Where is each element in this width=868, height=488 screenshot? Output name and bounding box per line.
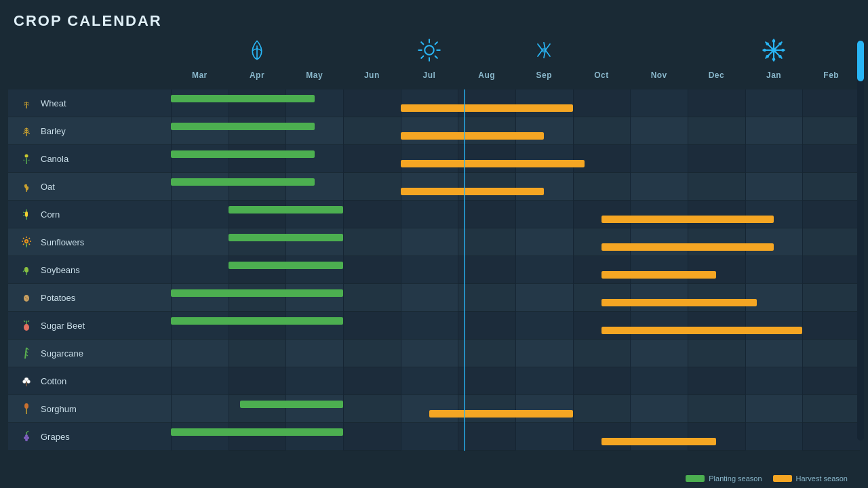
- month-col: [401, 256, 458, 284]
- crop-label: Sorghum: [8, 401, 171, 416]
- crop-label: Barley: [8, 123, 171, 138]
- month-col: [745, 367, 803, 395]
- month-col: [285, 367, 343, 395]
- month-header-may: May: [285, 70, 343, 87]
- month-col: [573, 228, 631, 256]
- month-col: [229, 367, 286, 395]
- svg-point-28: [26, 241, 28, 243]
- month-col: [458, 423, 515, 451]
- month-col: [515, 312, 573, 340]
- planting-label: Planting season: [709, 474, 762, 483]
- month-col: [401, 228, 458, 256]
- month-col: [515, 89, 573, 117]
- month-col: [573, 89, 631, 117]
- season-icon: [245, 38, 269, 62]
- scrollbar[interactable]: [857, 41, 864, 441]
- crop-icon: [19, 96, 34, 110]
- month-col: [688, 256, 745, 284]
- month-col: [285, 117, 343, 145]
- month-col: [573, 284, 631, 312]
- month-col: [171, 201, 229, 228]
- crop-label: Grapes: [8, 429, 171, 444]
- crop-icon: [19, 179, 34, 194]
- month-col: [630, 256, 688, 284]
- month-col: [573, 173, 631, 201]
- svg-point-17: [763, 49, 766, 52]
- month-col: [802, 256, 860, 284]
- month-col: [171, 395, 229, 423]
- month-col: [802, 312, 860, 340]
- svg-line-6: [435, 56, 437, 58]
- month-header-apr: Apr: [229, 70, 286, 87]
- month-col: [515, 117, 573, 145]
- crop-row: Corn: [8, 201, 860, 228]
- crop-icon: [19, 235, 34, 249]
- month-col: [688, 284, 745, 312]
- month-col: [401, 312, 458, 340]
- crop-bars-area: [171, 423, 860, 451]
- month-header-jan: Jan: [745, 70, 803, 87]
- crop-row: Soybeans: [8, 256, 860, 284]
- crop-icon: [19, 207, 34, 222]
- crop-label: Sugarcane: [8, 346, 171, 361]
- crop-bars-area: [171, 312, 860, 340]
- svg-point-16: [772, 58, 776, 61]
- month-col: [515, 201, 573, 228]
- month-col: [285, 89, 343, 117]
- month-col: [573, 117, 631, 145]
- month-col: [458, 340, 515, 367]
- crop-bars-area: [171, 395, 860, 423]
- scrollbar-thumb[interactable]: [857, 41, 864, 81]
- crop-bars-area: [171, 340, 860, 367]
- crop-row: Sugar Beet: [8, 312, 860, 340]
- crop-label: Sunflowers: [8, 235, 171, 249]
- month-col: [343, 340, 401, 367]
- month-col: [515, 173, 573, 201]
- month-col: [688, 201, 745, 228]
- svg-point-36: [27, 380, 31, 384]
- month-col: [343, 201, 401, 228]
- month-col: [745, 423, 803, 451]
- month-col: [285, 173, 343, 201]
- month-col: [458, 312, 515, 340]
- months-row: MarAprMayJunJulAugSepOctNovDecJanFeb: [171, 70, 860, 87]
- crop-name: Sunflowers: [41, 237, 84, 247]
- month-col: [573, 256, 631, 284]
- month-col: [285, 201, 343, 228]
- month-col: [229, 145, 286, 173]
- month-col: [630, 201, 688, 228]
- month-col: [515, 256, 573, 284]
- month-col: [229, 284, 286, 312]
- svg-point-29: [24, 267, 28, 273]
- svg-point-21: [778, 42, 782, 45]
- crop-icon: [19, 429, 34, 444]
- crop-bars-area: [171, 256, 860, 284]
- month-col: [458, 256, 515, 284]
- month-col: [458, 367, 515, 395]
- month-col: [745, 89, 803, 117]
- month-col: [171, 367, 229, 395]
- crop-name: Sugar Beet: [41, 321, 85, 331]
- month-col: [229, 312, 286, 340]
- month-col: [745, 201, 803, 228]
- svg-line-7: [435, 42, 437, 44]
- month-col: [458, 395, 515, 423]
- svg-point-22: [766, 55, 769, 58]
- month-col: [401, 89, 458, 117]
- crop-name: Grapes: [41, 432, 70, 442]
- month-col: [688, 340, 745, 367]
- month-col: [802, 201, 860, 228]
- month-header-aug: Aug: [458, 70, 515, 87]
- month-header-jun: Jun: [343, 70, 401, 87]
- crop-bars-area: [171, 145, 860, 173]
- crop-row: Sunflowers: [8, 228, 860, 256]
- month-col: [630, 367, 688, 395]
- month-col: [458, 89, 515, 117]
- calendar-area: MarAprMayJunJulAugSepOctNovDecJanFeb Whe…: [8, 37, 860, 451]
- month-col: [229, 201, 286, 228]
- crop-label: Cotton: [8, 373, 171, 388]
- month-col: [630, 145, 688, 173]
- season-icon: [417, 38, 441, 62]
- month-col: [515, 145, 573, 173]
- harvest-color-swatch: [773, 475, 792, 482]
